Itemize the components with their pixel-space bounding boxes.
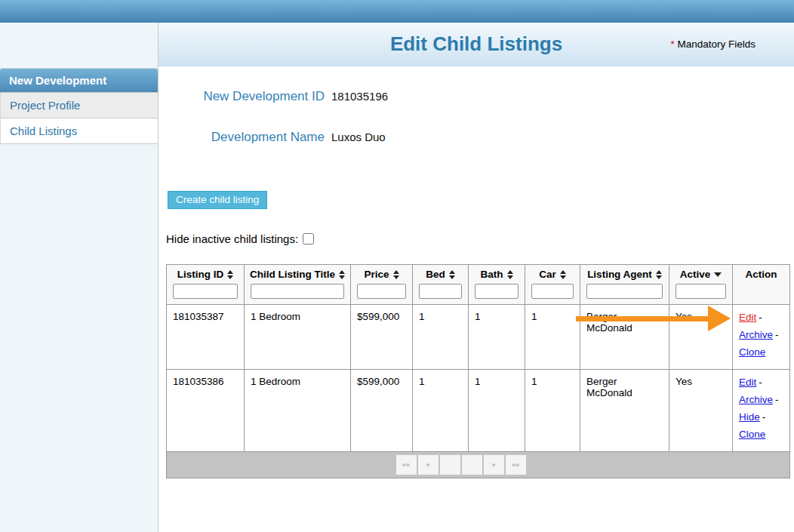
page-header: Edit Child Listings *Mandatory Fields (158, 23, 794, 66)
top-navigation-bar (0, 0, 794, 23)
cell-bed: 1 (413, 370, 469, 452)
sort-icon (393, 270, 399, 279)
column-label: Listing Agent (587, 269, 652, 280)
cell-agent: Berger McDonald (580, 305, 669, 370)
pagination-bar: «« « » »» (167, 452, 790, 478)
sidebar-menu: New Development Project Profile Child Li… (0, 68, 158, 144)
edit-link[interactable]: Edit (739, 312, 756, 323)
column-label: Action (746, 269, 777, 280)
development-name-label: Development Name (158, 130, 325, 145)
pager-last-button[interactable]: »» (506, 455, 526, 475)
column-header-car[interactable]: Car (525, 265, 580, 305)
mandatory-note-text: Mandatory Fields (677, 38, 756, 50)
action-separator: - (759, 312, 762, 323)
column-label: Active (680, 269, 711, 280)
column-label: Bed (426, 269, 445, 280)
cell-active: Yes (669, 370, 733, 452)
hide-inactive-label: Hide inactive child listings: (166, 232, 298, 245)
cell-price: $599,000 (351, 305, 413, 370)
sidebar: New Development Project Profile Child Li… (0, 23, 158, 532)
cell-listing-id: 181035387 (167, 305, 245, 370)
column-label: Listing ID (177, 269, 224, 280)
mandatory-asterisk: * (670, 38, 674, 50)
cell-price: $599,000 (351, 370, 413, 452)
filter-input-car[interactable] (531, 284, 574, 299)
pager-controls: «« « » »» (396, 455, 526, 475)
sidebar-item-new-development[interactable]: New Development (0, 69, 158, 93)
sort-icon (449, 270, 455, 279)
cell-agent: Berger McDonald (580, 370, 669, 452)
sort-icon (227, 270, 233, 279)
annotation-arrow-head (708, 306, 731, 331)
filter-input-bed[interactable] (419, 284, 462, 299)
column-header-price[interactable]: Price (351, 265, 413, 305)
table-row: 181035387 1 Bedroom $599,000 1 1 1 Berge… (167, 305, 790, 370)
cell-title: 1 Bedroom (245, 305, 351, 370)
filter-input-price[interactable] (357, 284, 406, 299)
action-separator: - (762, 411, 766, 423)
filter-input-active[interactable] (676, 284, 726, 299)
pager-page-select[interactable] (440, 455, 460, 475)
sort-icon (656, 270, 662, 279)
action-separator: - (775, 394, 779, 405)
pager-next-button[interactable]: » (484, 455, 504, 475)
cell-car: 1 (525, 305, 580, 370)
cell-actions: Edit- Archive- Hide- Clone (733, 370, 790, 452)
filter-input-title[interactable] (251, 284, 344, 299)
child-listings-table: Listing ID Child Listing Title Price (166, 264, 790, 478)
table-row: 181035386 1 Bedroom $599,000 1 1 1 Berge… (167, 370, 790, 452)
sidebar-item-project-profile[interactable]: Project Profile (0, 93, 158, 118)
pager-size-select[interactable] (462, 455, 482, 475)
development-id-label: New Development ID (158, 89, 325, 104)
sort-icon (507, 270, 513, 279)
column-header-active[interactable]: Active (669, 265, 733, 305)
mandatory-fields-note: *Mandatory Fields (670, 38, 756, 50)
development-id-value: 181035196 (331, 90, 388, 103)
create-child-listing-button[interactable]: Create child listing (168, 191, 267, 209)
clone-link[interactable]: Clone (739, 346, 765, 358)
hide-inactive-checkbox[interactable] (303, 233, 314, 244)
column-label: Child Listing Title (250, 269, 335, 280)
field-row-development-name: Development Name Luxos Duo (158, 130, 794, 145)
archive-link[interactable]: Archive (739, 394, 773, 405)
cell-bed: 1 (413, 305, 469, 370)
hide-inactive-row: Hide inactive child listings: (166, 232, 794, 245)
development-name-value: Luxos Duo (331, 131, 386, 143)
column-header-listing-agent[interactable]: Listing Agent (580, 265, 669, 305)
sidebar-item-child-listings[interactable]: Child Listings (0, 118, 158, 144)
filter-input-listing-id[interactable] (173, 284, 238, 299)
field-row-development-id: New Development ID 181035196 (158, 89, 794, 104)
column-header-title[interactable]: Child Listing Title (245, 265, 351, 305)
main-content: Edit Child Listings *Mandatory Fields Ne… (158, 23, 794, 532)
pager-prev-button[interactable]: « (418, 455, 439, 475)
clone-link[interactable]: Clone (739, 429, 765, 440)
action-separator: - (759, 377, 762, 388)
column-header-action: Action (733, 265, 790, 305)
filter-input-bath[interactable] (475, 284, 519, 299)
sort-icon (339, 270, 345, 279)
column-label: Car (539, 269, 556, 280)
sort-icon (560, 270, 566, 279)
pager-first-button[interactable]: «« (396, 455, 417, 475)
archive-link[interactable]: Archive (739, 329, 773, 340)
column-header-bed[interactable]: Bed (413, 265, 469, 305)
cell-bath: 1 (469, 305, 525, 370)
hide-link[interactable]: Hide (739, 411, 760, 423)
cell-listing-id: 181035386 (167, 370, 245, 452)
column-label: Price (364, 269, 389, 280)
cell-bath: 1 (469, 370, 525, 452)
column-header-bath[interactable]: Bath (469, 265, 525, 305)
cell-car: 1 (525, 370, 580, 452)
filter-input-agent[interactable] (586, 284, 663, 299)
cell-actions: Edit- Archive- Clone (733, 305, 790, 370)
sort-desc-icon (714, 272, 722, 277)
annotation-arrow-shaft (576, 316, 709, 321)
column-label: Bath (481, 269, 503, 280)
column-header-listing-id[interactable]: Listing ID (167, 265, 245, 305)
app-window: New Development Project Profile Child Li… (0, 0, 794, 532)
cell-title: 1 Bedroom (245, 370, 351, 452)
action-separator: - (775, 329, 779, 340)
edit-link[interactable]: Edit (739, 377, 756, 388)
